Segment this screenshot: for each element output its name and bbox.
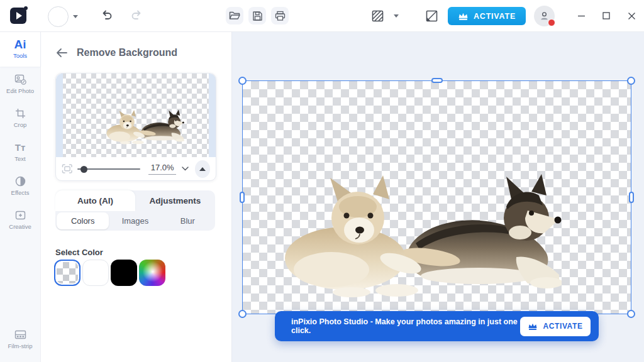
- activate-button[interactable]: ACTIVATE: [448, 7, 526, 25]
- activate-button-label: ACTIVATE: [474, 12, 516, 21]
- sidebar-item-creative[interactable]: Creative: [0, 202, 40, 236]
- sidebar-item-crop[interactable]: Crop: [0, 101, 40, 134]
- resize-handle-top-center[interactable]: [431, 78, 443, 83]
- swatch-rainbow[interactable]: [139, 260, 165, 286]
- sidebar-item-effects[interactable]: Effects: [0, 168, 40, 202]
- dogs-photo[interactable]: [277, 169, 562, 298]
- artboard-selection[interactable]: [242, 80, 631, 314]
- zoom-slider-knob[interactable]: [80, 166, 87, 173]
- crop-icon: [14, 107, 26, 119]
- navigator-preview[interactable]: [56, 74, 216, 157]
- select-color-label: Select Color: [55, 248, 103, 257]
- print-button[interactable]: [271, 7, 289, 25]
- sidebar-spacer: [0, 236, 40, 322]
- transparency-background-button[interactable]: [370, 8, 385, 23]
- tab-auto-ai[interactable]: Auto (AI): [55, 190, 135, 211]
- creative-icon: [14, 209, 26, 221]
- maximize-button[interactable]: [594, 0, 619, 31]
- text-icon: Tт: [14, 141, 26, 153]
- zoom-value-input[interactable]: 17.0%: [148, 163, 176, 175]
- app-logo-icon[interactable]: [10, 8, 26, 24]
- color-swatches: [54, 260, 165, 286]
- minimize-button[interactable]: [569, 0, 594, 31]
- crown-icon: [458, 12, 469, 21]
- subtab-colors[interactable]: Colors: [57, 212, 109, 229]
- sidebar-item-film-strip[interactable]: Film-strip: [0, 322, 40, 356]
- tabs-row: Auto (AI) Adjustments: [55, 190, 215, 211]
- transparency-dropdown[interactable]: [391, 8, 401, 23]
- save-button[interactable]: [248, 7, 266, 25]
- swatch-white[interactable]: [82, 260, 109, 286]
- swatch-transparent[interactable]: [54, 260, 80, 286]
- edit-photo-icon: [14, 73, 26, 85]
- resize-handle-top-right[interactable]: [627, 77, 635, 85]
- chevron-down-icon: [394, 14, 399, 18]
- title-bar: ACTIVATE: [0, 0, 644, 32]
- subtab-images[interactable]: Images: [109, 212, 161, 229]
- banner-activate-button[interactable]: ACTIVATE: [520, 317, 591, 336]
- redo-button[interactable]: [129, 8, 144, 23]
- promo-banner-text: inPixio Photo Studio - Make your photos …: [275, 317, 520, 335]
- tools-sidebar: Ai Tools Edit Photo Crop Tт Text Effects…: [0, 31, 41, 362]
- panel-title: Remove Background: [77, 47, 177, 58]
- triangle-up-icon: [199, 167, 206, 171]
- account-button[interactable]: [534, 6, 555, 26]
- sidebar-item-label: Tools: [13, 52, 27, 59]
- close-button[interactable]: [619, 0, 644, 31]
- subtabs-row: Colors Images Blur: [55, 211, 215, 231]
- background-tabs: Auto (AI) Adjustments Colors Images Blur: [55, 190, 215, 231]
- sidebar-item-edit-photo[interactable]: Edit Photo: [0, 67, 40, 101]
- swatch-black[interactable]: [111, 260, 137, 286]
- sidebar-item-text[interactable]: Tт Text: [0, 134, 40, 168]
- sidebar-item-label: Edit Photo: [6, 87, 34, 94]
- resize-handle-bottom-left[interactable]: [238, 310, 247, 318]
- promo-banner: inPixio Photo Studio - Make your photos …: [275, 311, 599, 341]
- resize-handle-middle-left[interactable]: [240, 192, 245, 203]
- editor-canvas: inPixio Photo Studio - Make your photos …: [231, 31, 644, 362]
- tab-adjustments[interactable]: Adjustments: [135, 190, 215, 211]
- ai-tools-icon: Ai: [14, 39, 26, 50]
- zoom-controls: 17.0%: [56, 157, 216, 180]
- fit-to-screen-icon[interactable]: [62, 163, 73, 175]
- remove-background-panel: Remove Background 17.0% Auto (AI) Adj: [40, 31, 232, 362]
- chevron-down-icon: [73, 15, 78, 18]
- preview-card: 17.0%: [55, 73, 216, 181]
- back-arrow-icon[interactable]: [55, 47, 68, 59]
- panel-header: Remove Background: [55, 47, 177, 59]
- film-strip-icon: [14, 328, 26, 341]
- preview-edge-right: [209, 74, 216, 157]
- remove-background-view-button[interactable]: [424, 8, 439, 23]
- effects-icon: [14, 175, 26, 187]
- banner-activate-label: ACTIVATE: [543, 322, 582, 331]
- sidebar-item-label: Film-strip: [8, 343, 32, 349]
- sidebar-item-ai-tools[interactable]: Ai Tools: [0, 31, 40, 67]
- preview-dogs-image: [104, 108, 184, 145]
- preview-edge-left: [56, 74, 63, 157]
- undo-button[interactable]: [99, 8, 114, 23]
- user-avatar[interactable]: [48, 6, 69, 27]
- zoom-slider[interactable]: [77, 165, 140, 173]
- resize-handle-middle-right[interactable]: [629, 192, 634, 203]
- sidebar-item-label: Text: [14, 155, 25, 162]
- crown-icon: [528, 322, 538, 331]
- user-avatar-menu[interactable]: [48, 6, 78, 27]
- open-file-button[interactable]: [226, 7, 243, 25]
- notification-dot: [548, 19, 555, 26]
- resize-handle-bottom-right[interactable]: [627, 310, 635, 318]
- window-controls: [569, 0, 644, 31]
- sidebar-item-label: Effects: [11, 189, 30, 196]
- resize-handle-top-left[interactable]: [238, 77, 247, 85]
- subtab-blur[interactable]: Blur: [162, 212, 214, 229]
- sidebar-item-label: Creative: [9, 223, 31, 230]
- sidebar-item-label: Crop: [14, 121, 27, 128]
- zoom-presets-chevron[interactable]: [180, 164, 189, 174]
- collapse-preview-button[interactable]: [195, 160, 210, 178]
